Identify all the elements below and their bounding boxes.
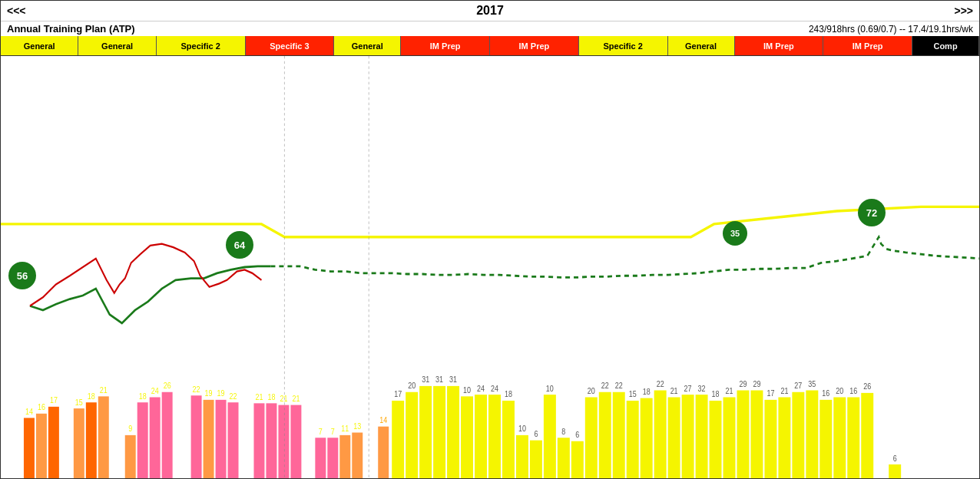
nav-next[interactable]: >>> <box>954 5 973 17</box>
svg-rect-117 <box>889 464 901 478</box>
phase-4[interactable]: General <box>334 36 401 55</box>
svg-text:10: 10 <box>518 424 526 434</box>
svg-text:18: 18 <box>88 391 95 401</box>
svg-text:22: 22 <box>657 380 664 389</box>
svg-rect-55 <box>447 386 459 478</box>
plan-title: Annual Training Plan (ATP) <box>7 23 135 35</box>
plan-stats: 243/918hrs (0.69/0.7) -- 17.4/19.1hrs/wk <box>809 24 973 35</box>
svg-rect-71 <box>558 438 570 478</box>
svg-rect-95 <box>723 397 736 478</box>
phase-2[interactable]: Specific 2 <box>157 36 246 55</box>
svg-text:8: 8 <box>561 427 565 436</box>
svg-rect-53 <box>433 386 445 478</box>
svg-text:10: 10 <box>463 385 471 395</box>
svg-rect-15 <box>137 402 148 478</box>
svg-text:15: 15 <box>629 390 637 399</box>
svg-text:16: 16 <box>849 386 857 395</box>
phase-1[interactable]: General <box>78 36 156 55</box>
svg-rect-87 <box>668 397 680 478</box>
svg-text:20: 20 <box>836 386 843 395</box>
svg-rect-75 <box>585 397 598 478</box>
chart-svg: 14 16 17 15 18 21 9 18 24 26 22 <box>1 56 979 478</box>
svg-text:18: 18 <box>712 390 720 399</box>
svg-rect-47 <box>392 401 404 478</box>
svg-text:7: 7 <box>319 427 323 436</box>
svg-rect-37 <box>315 438 326 478</box>
phase-5[interactable]: IM Prep <box>401 36 490 55</box>
svg-text:17: 17 <box>766 389 774 398</box>
fitness-circle-35: 35 <box>723 221 747 246</box>
svg-text:24: 24 <box>151 386 160 395</box>
svg-rect-31 <box>266 403 276 478</box>
svg-rect-59 <box>475 395 487 478</box>
svg-rect-89 <box>682 395 694 478</box>
svg-rect-93 <box>710 401 722 478</box>
svg-text:18: 18 <box>139 391 147 401</box>
phase-8[interactable]: General <box>668 36 735 55</box>
svg-rect-73 <box>571 441 584 478</box>
svg-rect-101 <box>764 400 776 478</box>
svg-text:21: 21 <box>255 392 263 401</box>
svg-text:21: 21 <box>726 386 733 395</box>
svg-text:31: 31 <box>449 375 457 385</box>
svg-rect-77 <box>599 392 611 478</box>
svg-rect-103 <box>778 397 790 478</box>
phase-10[interactable]: IM Prep <box>823 36 912 55</box>
svg-text:6: 6 <box>534 430 538 439</box>
svg-text:18: 18 <box>643 388 651 397</box>
svg-rect-41 <box>339 435 350 478</box>
phase-7[interactable]: Specific 2 <box>579 36 668 55</box>
svg-text:26: 26 <box>164 382 171 391</box>
svg-rect-81 <box>627 401 639 478</box>
svg-rect-3 <box>36 414 47 478</box>
nav-prev[interactable]: <<< <box>7 5 26 17</box>
svg-rect-1 <box>24 418 35 478</box>
svg-rect-115 <box>861 393 873 478</box>
svg-text:19: 19 <box>217 389 225 398</box>
svg-rect-99 <box>750 391 763 478</box>
svg-text:31: 31 <box>435 375 443 385</box>
svg-rect-29 <box>253 403 264 478</box>
svg-text:13: 13 <box>353 422 361 431</box>
svg-rect-7 <box>74 408 84 478</box>
svg-text:10: 10 <box>546 384 554 393</box>
svg-rect-65 <box>516 435 528 478</box>
svg-rect-23 <box>204 400 214 478</box>
svg-text:16: 16 <box>822 389 829 398</box>
svg-text:26: 26 <box>863 382 871 391</box>
chart-area: 14 16 17 15 18 21 9 18 24 26 22 <box>1 56 979 478</box>
header-row: Annual Training Plan (ATP) 243/918hrs (0… <box>1 21 979 36</box>
svg-rect-25 <box>216 400 227 478</box>
svg-text:17: 17 <box>50 396 58 405</box>
svg-text:17: 17 <box>394 390 402 399</box>
svg-text:9: 9 <box>128 424 132 434</box>
svg-rect-17 <box>150 397 161 478</box>
svg-rect-69 <box>544 395 556 478</box>
fitness-circle-mid: 64 <box>226 231 253 259</box>
phase-0[interactable]: General <box>1 36 78 55</box>
svg-text:19: 19 <box>205 389 213 398</box>
phase-9[interactable]: IM Prep <box>735 36 824 55</box>
svg-text:27: 27 <box>794 382 802 391</box>
fitness-circle-start: 56 <box>8 262 36 289</box>
svg-text:21: 21 <box>100 385 108 395</box>
svg-rect-11 <box>98 396 109 478</box>
svg-text:18: 18 <box>505 390 512 399</box>
svg-rect-35 <box>290 405 301 478</box>
svg-text:21: 21 <box>292 395 300 404</box>
phase-6[interactable]: IM Prep <box>490 36 579 55</box>
svg-text:20: 20 <box>408 382 416 391</box>
svg-rect-9 <box>86 402 97 478</box>
phase-3[interactable]: Specific 3 <box>246 36 335 55</box>
svg-rect-49 <box>406 392 418 478</box>
svg-rect-107 <box>806 391 818 478</box>
svg-text:18: 18 <box>267 392 275 401</box>
svg-text:16: 16 <box>38 403 45 412</box>
svg-text:32: 32 <box>698 384 706 393</box>
svg-rect-109 <box>819 400 832 478</box>
svg-text:29: 29 <box>739 380 747 389</box>
svg-text:21: 21 <box>670 386 678 395</box>
svg-text:6: 6 <box>893 454 897 463</box>
svg-rect-97 <box>737 391 749 478</box>
phase-11[interactable]: Comp <box>912 36 979 55</box>
